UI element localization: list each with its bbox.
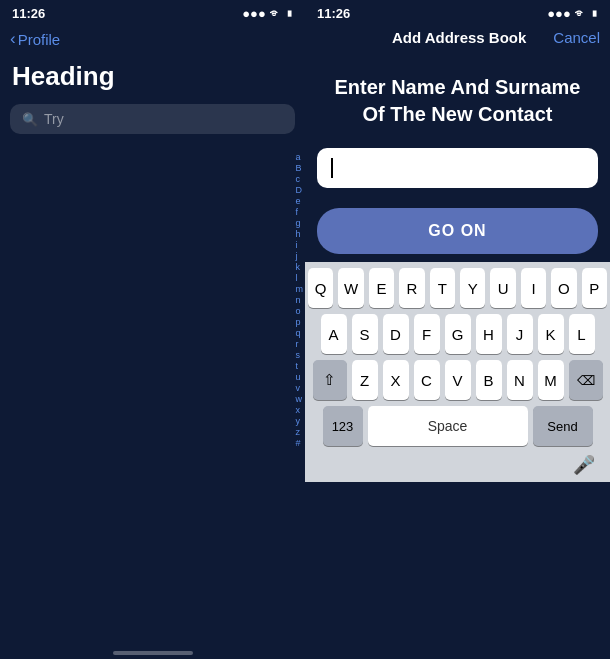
key-V[interactable]: V <box>445 360 471 400</box>
nav-bar-right: Add Address Book Cancel <box>305 25 610 50</box>
key-G[interactable]: G <box>445 314 471 354</box>
key-D[interactable]: D <box>383 314 409 354</box>
status-bar-right: 11:26 ●●● ᯤ ▮ <box>305 0 610 25</box>
time-right: 11:26 <box>317 6 350 21</box>
text-cursor <box>331 158 333 178</box>
key-I[interactable]: I <box>521 268 546 308</box>
key-W[interactable]: W <box>338 268 363 308</box>
key-Z[interactable]: Z <box>352 360 378 400</box>
key-O[interactable]: O <box>551 268 576 308</box>
key-Q[interactable]: Q <box>308 268 333 308</box>
key-L[interactable]: L <box>569 314 595 354</box>
key-B[interactable]: B <box>476 360 502 400</box>
time-left: 11:26 <box>12 6 45 21</box>
status-bar-left: 11:26 ●●● ᯤ ▮ <box>0 0 305 25</box>
back-chevron-icon: ‹ <box>10 29 16 49</box>
right-panel: 11:26 ●●● ᯤ ▮ Add Address Book Cancel En… <box>305 0 610 659</box>
delete-key[interactable]: ⌫ <box>569 360 603 400</box>
key-Y[interactable]: Y <box>460 268 485 308</box>
left-panel: 11:26 ●●● ᯤ ▮ ‹ Profile Heading 🔍 Try a … <box>0 0 305 659</box>
keyboard-row-2: A S D F G H J K L <box>308 314 607 354</box>
num-key[interactable]: 123 <box>323 406 363 446</box>
key-J[interactable]: J <box>507 314 533 354</box>
alphabet-index[interactable]: a B c D e f g h i j k l m n o p q r s t … <box>296 152 304 448</box>
nav-title: Add Address Book <box>365 29 553 46</box>
key-T[interactable]: T <box>430 268 455 308</box>
go-on-button[interactable]: GO ON <box>317 208 598 254</box>
send-key[interactable]: Send <box>533 406 593 446</box>
status-icons-left: ●●● ᯤ ▮ <box>242 6 293 21</box>
space-key[interactable]: Space <box>368 406 528 446</box>
search-placeholder: Try <box>44 111 64 127</box>
key-X[interactable]: X <box>383 360 409 400</box>
key-C[interactable]: C <box>414 360 440 400</box>
mic-row: 🎤 <box>308 450 607 482</box>
list-area: a B c D e f g h i j k l m n o p q r s t … <box>0 142 305 647</box>
home-indicator-left <box>113 651 193 655</box>
key-E[interactable]: E <box>369 268 394 308</box>
key-P[interactable]: P <box>582 268 607 308</box>
key-N[interactable]: N <box>507 360 533 400</box>
nav-bar-left: ‹ Profile <box>0 25 305 53</box>
keyboard-row-1: Q W E R T Y U I O P <box>308 268 607 308</box>
name-input[interactable] <box>317 148 598 188</box>
keyboard-bottom-row: 123 Space Send <box>308 406 607 446</box>
back-label: Profile <box>18 31 61 48</box>
key-R[interactable]: R <box>399 268 424 308</box>
key-K[interactable]: K <box>538 314 564 354</box>
keyboard-row-3: ⇧ Z X C V B N M ⌫ <box>308 360 607 400</box>
status-icons-right: ●●● ᯤ ▮ <box>547 6 598 21</box>
key-F[interactable]: F <box>414 314 440 354</box>
keyboard: Q W E R T Y U I O P A S D F G H J K L ⇧ … <box>305 262 610 482</box>
search-icon: 🔍 <box>22 112 38 127</box>
key-U[interactable]: U <box>490 268 515 308</box>
back-button[interactable]: ‹ Profile <box>10 29 60 49</box>
key-S[interactable]: S <box>352 314 378 354</box>
shift-key[interactable]: ⇧ <box>313 360 347 400</box>
key-A[interactable]: A <box>321 314 347 354</box>
search-bar[interactable]: 🔍 Try <box>10 104 295 134</box>
prompt-text: Enter Name And Surname Of The New Contac… <box>305 50 610 140</box>
key-H[interactable]: H <box>476 314 502 354</box>
mic-icon[interactable]: 🎤 <box>573 454 595 476</box>
cancel-button[interactable]: Cancel <box>553 29 600 46</box>
key-M[interactable]: M <box>538 360 564 400</box>
page-heading: Heading <box>0 53 305 100</box>
